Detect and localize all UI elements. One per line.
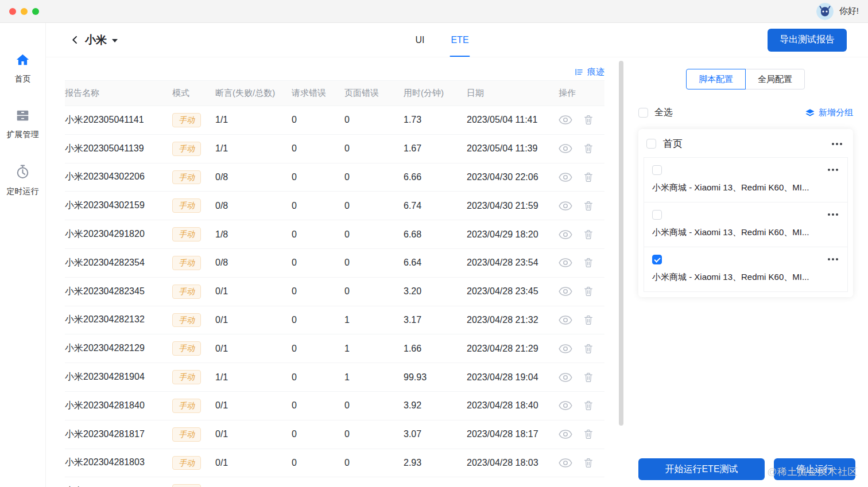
request-errors-cell: 0 [292,134,344,163]
mode-cell: 手动 [172,192,215,220]
delete-report-button[interactable] [584,115,593,125]
table-row: 小米202304282132 手动 0/1 0 1 3.17 2023/04/2… [65,306,604,334]
delete-report-button[interactable] [584,458,593,468]
start-ete-test-button[interactable]: 开始运行ETE测试 [638,458,765,480]
greeting-text: 你好! [839,6,859,17]
close-window-button[interactable] [9,8,16,15]
export-report-button[interactable]: 导出测试报告 [768,29,847,52]
minimize-window-button[interactable] [21,8,28,15]
time-cell: 1.66 [404,334,467,363]
table-row: 小米202304281753 手动 0/1 0 0 4.56 2023/04/2… [65,477,604,487]
time-cell: 6.74 [404,192,467,220]
delete-report-button[interactable] [584,429,593,439]
tab-global-config[interactable]: 全局配置 [745,69,805,89]
view-report-button[interactable] [559,115,572,125]
delete-report-button[interactable] [584,286,593,297]
view-report-button[interactable] [559,229,572,240]
request-errors-cell: 0 [292,163,344,192]
assertion-cell: 1/1 [215,363,292,392]
delete-report-button[interactable] [584,143,593,154]
page-errors-cell: 0 [344,192,404,220]
trash-icon [584,458,593,468]
assertion-cell: 0/1 [215,391,292,420]
add-group-link[interactable]: 新增分组 [805,107,853,118]
table-row: 小米202304282345 手动 0/1 0 0 3.20 2023/04/2… [65,277,604,306]
table-row: 小米202304281803 手动 0/1 0 0 2.93 2023/04/2… [65,449,604,477]
tab-ete[interactable]: ETE [451,23,468,57]
delete-report-button[interactable] [584,315,593,325]
mode-cell: 手动 [172,163,215,192]
mode-cell: 手动 [172,391,215,420]
delete-report-button[interactable] [584,229,593,240]
zoom-window-button[interactable] [32,8,39,15]
page-errors-cell: 1 [344,306,404,334]
view-report-button[interactable] [559,400,572,411]
operations-cell [559,306,604,334]
config-tabs: 脚本配置 全局配置 [686,69,805,89]
time-cell: 6.66 [404,163,467,192]
tab-ui[interactable]: UI [415,23,424,57]
view-report-button[interactable] [559,315,572,325]
delete-report-button[interactable] [584,372,593,383]
operations-cell [559,277,604,306]
trash-icon [584,258,593,268]
back-button[interactable] [70,35,80,45]
view-report-button[interactable] [559,429,572,439]
select-all-checkbox[interactable] [638,108,648,118]
view-report-button[interactable] [559,458,572,468]
view-report-button[interactable] [559,344,572,354]
trace-link[interactable]: 痕迹 [574,67,604,77]
date-cell: 2023/04/28 19:04 [467,363,559,392]
mode-cell: 手动 [172,248,215,277]
trash-icon [584,286,593,297]
sidebar-item-home[interactable]: 首页 [15,53,31,84]
sidebar-item-scheduled[interactable]: 定时运行 [7,164,39,197]
mode-badge: 手动 [172,256,201,270]
report-name-cell: 小米202304282129 [65,334,172,363]
operations-cell [559,449,604,477]
tab-script-config[interactable]: 脚本配置 [686,69,746,89]
view-report-button[interactable] [559,143,572,154]
script-checkbox[interactable] [652,210,662,220]
stop-run-button[interactable]: 停止运行 [774,458,855,480]
script-checkbox[interactable] [652,255,662,264]
page-errors-cell: 0 [344,106,404,135]
operations-cell [559,220,604,249]
group-menu-button[interactable] [831,141,843,147]
view-report-button[interactable] [559,372,572,383]
script-menu-button[interactable] [827,166,839,173]
content-header: 小米 UI ETE 导出测试报告 [46,23,868,57]
delete-report-button[interactable] [584,344,593,354]
script-menu-button[interactable] [827,256,839,263]
eye-icon [559,315,572,325]
layers-icon [805,108,815,118]
chevron-down-icon[interactable] [112,39,118,42]
script-menu-button[interactable] [827,211,839,218]
col-assertion: 断言(失败/总数) [215,81,292,106]
delete-report-button[interactable] [584,400,593,411]
table-header-row: 报告名称 模式 断言(失败/总数) 请求错误 页面错误 用时(分钟) 日期 操作 [65,81,604,106]
table-row: 小米202304281840 手动 0/1 0 0 3.92 2023/04/2… [65,391,604,420]
page-errors-cell: 1 [344,334,404,363]
sidebar-item-extensions[interactable]: 扩展管理 [7,108,39,140]
delete-report-button[interactable] [584,201,593,211]
mode-badge: 手动 [172,285,201,299]
assertion-cell: 1/1 [215,134,292,163]
page-errors-cell: 0 [344,163,404,192]
view-report-button[interactable] [559,258,572,268]
time-cell: 4.56 [404,477,467,487]
view-report-button[interactable] [559,286,572,297]
view-report-button[interactable] [559,172,572,182]
delete-report-button[interactable] [584,258,593,268]
report-name-cell: 小米202304281817 [65,420,172,449]
script-checkbox[interactable] [652,165,662,175]
mode-badge: 手动 [172,198,201,213]
script-item: 小米商城 - Xiaomi 13、Redmi K60、MI... [644,158,847,202]
avatar[interactable] [816,3,834,20]
mode-badge: 手动 [172,427,201,442]
group-checkbox[interactable] [646,139,656,149]
view-report-button[interactable] [559,201,572,211]
delete-report-button[interactable] [584,172,593,182]
assertion-cell: 0/8 [215,163,292,192]
table-scrollbar[interactable] [619,61,623,426]
